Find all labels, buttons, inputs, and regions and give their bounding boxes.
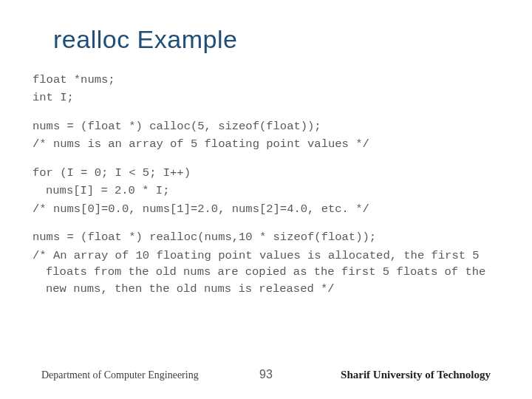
footer-department: Department of Computer Engineering [41, 369, 199, 381]
code-line: int I; [33, 89, 499, 106]
code-line: for (I = 0; I < 5; I++) [33, 165, 499, 181]
code-line: nums = (float *) realloc(nums,10 * sizeo… [33, 229, 499, 245]
code-line: nums = (float *) calloc(5, sizeof(float)… [33, 118, 499, 134]
code-body: float *nums; int I; nums = (float *) cal… [33, 72, 499, 297]
slide: realloc Example float *nums; int I; nums… [0, 0, 532, 399]
code-comment: /* nums[0]=0.0, nums[1]=2.0, nums[2]=4.0… [33, 201, 499, 217]
page-number: 93 [259, 368, 273, 381]
footer-university: Sharif University of Technology [341, 369, 491, 381]
slide-title: realloc Example [53, 25, 499, 54]
code-comment: /* nums is an array of 5 floating point … [33, 136, 499, 152]
code-comment: /* An array of 10 floating point values … [33, 248, 499, 297]
code-line: nums[I] = 2.0 * I; [33, 183, 499, 199]
code-line: float *nums; [33, 72, 499, 88]
